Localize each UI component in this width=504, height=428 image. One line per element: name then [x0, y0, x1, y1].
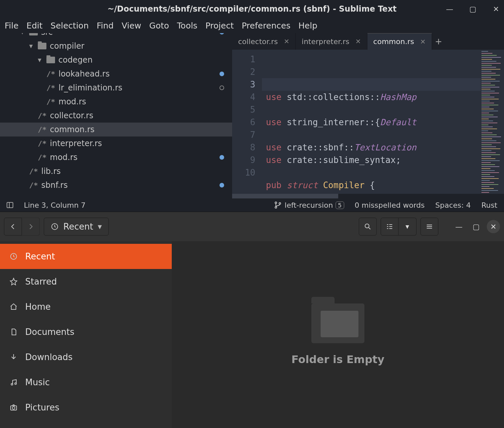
back-button[interactable]	[4, 218, 22, 236]
line-number: 7	[232, 129, 255, 141]
chevron-down-icon: ▼	[29, 43, 35, 49]
status-bar: Line 3, Column 7 left-recursion 5 0 miss…	[0, 198, 504, 212]
code-line: use crate::sbnf::TextLocation	[266, 141, 481, 154]
search-button[interactable]	[359, 218, 377, 236]
tree-file[interactable]: /*lr_elimination.rs	[0, 81, 232, 95]
scrollbar-thumb[interactable]	[232, 194, 338, 198]
tree-file[interactable]: /*lib.rs	[0, 164, 232, 178]
current-line-highlight	[262, 78, 481, 91]
menu-item-goto[interactable]: Goto	[149, 21, 169, 30]
svg-point-0	[275, 202, 277, 204]
tree-file[interactable]: /*lookahead.rs	[0, 67, 232, 81]
sidebar-tree[interactable]: ▼src▼compiler▼codegen/*lookahead.rs/*lr_…	[0, 33, 232, 198]
path-button[interactable]: Recent ▼	[44, 218, 109, 236]
clock-icon	[9, 252, 19, 260]
folder-icon	[38, 43, 46, 49]
sidebar-toggle-icon[interactable]	[7, 202, 13, 208]
tree-file[interactable]: /*mod.rs	[0, 150, 232, 164]
menu-item-file[interactable]: File	[5, 21, 19, 30]
tree-label: mod.rs	[59, 97, 86, 106]
forward-button[interactable]	[22, 218, 40, 236]
sidebar-item-downloads[interactable]: Downloads	[0, 345, 172, 370]
git-branch[interactable]: left-recursion 5	[274, 201, 344, 209]
menu-item-project[interactable]: Project	[205, 21, 234, 30]
menu-item-view[interactable]: View	[122, 21, 141, 30]
line-number: 5	[232, 103, 255, 116]
modified-dot-icon	[220, 183, 224, 187]
sidebar-item-label: Home	[25, 302, 51, 312]
close-icon[interactable]: ✕	[420, 38, 426, 46]
files-content[interactable]: Folder is Empty	[172, 241, 504, 428]
close-button[interactable]: ✕	[491, 4, 501, 14]
sidebar-item-label: Starred	[25, 277, 57, 287]
chevron-down-icon: ▼	[406, 224, 409, 229]
close-icon[interactable]: ✕	[284, 37, 289, 45]
menu-item-selection[interactable]: Selection	[50, 21, 89, 30]
sublime-titlebar[interactable]: ~/Documents/sbnf/src/compiler/common.rs …	[0, 0, 504, 18]
tree-file[interactable]: /*common.rs	[0, 123, 232, 136]
tree-file[interactable]: /*interpreter.rs	[0, 136, 232, 150]
branch-count-badge: 5	[336, 201, 344, 209]
svg-point-1	[275, 207, 277, 208]
menu-item-tools[interactable]: Tools	[177, 21, 198, 30]
svg-point-7	[15, 383, 17, 385]
chevron-down-icon: ▼	[98, 224, 102, 230]
line-number: 4	[232, 91, 255, 103]
fm-maximize-button[interactable]: ▢	[470, 222, 483, 231]
sidebar-item-pictures[interactable]: Pictures	[0, 395, 172, 420]
view-toggle-button[interactable]	[381, 218, 399, 236]
fm-minimize-button[interactable]: —	[452, 222, 466, 231]
tree-folder[interactable]: ▼codegen	[0, 53, 232, 67]
file-icon: /*	[46, 84, 55, 92]
modified-dot-icon	[220, 33, 224, 34]
minimize-button[interactable]: —	[445, 4, 454, 14]
nav-buttons	[4, 218, 40, 236]
horizontal-scrollbar[interactable]	[232, 194, 504, 198]
code-area[interactable]: use std::collections::HashMap use string…	[262, 50, 481, 194]
tab[interactable]: common.rs✕	[367, 33, 432, 50]
menu-item-edit[interactable]: Edit	[27, 21, 42, 30]
empty-folder-text: Folder is Empty	[291, 353, 384, 366]
maximize-button[interactable]: ▢	[468, 4, 477, 14]
down-icon	[9, 353, 19, 361]
sidebar-item-music[interactable]: Music	[0, 370, 172, 395]
sidebar-item-home[interactable]: Home	[0, 294, 172, 319]
spell-status[interactable]: 0 misspelled words	[355, 201, 425, 209]
indent-status[interactable]: Spaces: 4	[435, 201, 471, 209]
line-number: 1	[232, 53, 255, 66]
close-icon[interactable]: ✕	[355, 37, 361, 45]
sidebar-item-recent[interactable]: Recent	[0, 244, 172, 269]
syntax-status[interactable]: Rust	[481, 201, 497, 209]
tab[interactable]: collector.rs✕	[232, 33, 296, 50]
hamburger-button[interactable]	[420, 218, 438, 236]
code-line	[266, 103, 481, 116]
tree-file[interactable]: /*sbnf.rs	[0, 178, 232, 192]
line-number: 2	[232, 66, 255, 78]
menu-item-find[interactable]: Find	[96, 21, 113, 30]
view-options-button[interactable]: ▼	[399, 218, 416, 236]
menu-item-preferences[interactable]: Preferences	[242, 21, 290, 30]
path-label: Recent	[63, 222, 93, 232]
fm-close-button[interactable]: ✕	[487, 220, 500, 233]
file-icon: /*	[46, 70, 55, 78]
tree-folder[interactable]: ▼src	[0, 33, 232, 39]
minimap[interactable]	[481, 50, 504, 194]
tree-file[interactable]: /*mod.rs	[0, 95, 232, 109]
files-window: Recent ▼ ▼ — ▢ ✕ RecentStarredHomeDocume…	[0, 212, 504, 428]
menu-item-help[interactable]: Help	[298, 21, 317, 30]
tree-file[interactable]: /*collector.rs	[0, 109, 232, 123]
chevron-left-icon	[9, 223, 17, 231]
tree-label: lib.rs	[41, 167, 61, 176]
menu-bar: FileEditSelectionFindViewGotoToolsProjec…	[0, 18, 504, 33]
line-number: 10	[232, 166, 255, 179]
tree-folder[interactable]: ▼compiler	[0, 39, 232, 53]
sidebar-item-documents[interactable]: Documents	[0, 319, 172, 345]
tree-label: compiler	[50, 41, 84, 51]
file-icon: /*	[29, 167, 38, 176]
sidebar-item-starred[interactable]: Starred	[0, 269, 172, 294]
new-tab-button[interactable]: +	[432, 33, 445, 50]
sidebar-item-label: Pictures	[25, 402, 59, 412]
cursor-position: Line 3, Column 7	[24, 201, 86, 209]
tab[interactable]: interpreter.rs✕	[296, 33, 367, 50]
editor[interactable]: 12345678910 use std::collections::HashMa…	[232, 50, 504, 194]
